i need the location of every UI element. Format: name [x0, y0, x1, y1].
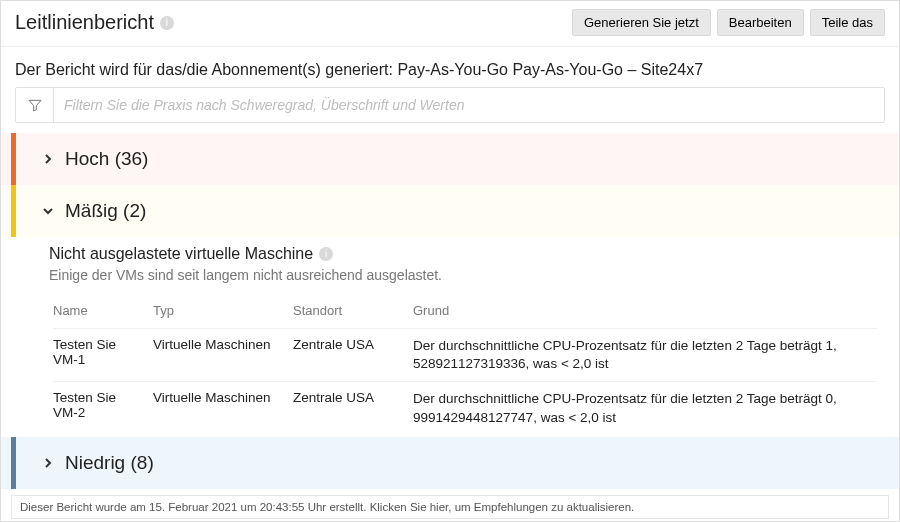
- share-button[interactable]: Teile das: [810, 9, 885, 36]
- info-icon[interactable]: i: [319, 247, 333, 261]
- cell-type: Virtuelle Maschinen: [153, 382, 293, 435]
- section-moderate-label: Mäßig (2): [65, 200, 146, 222]
- cell-name: Testen Sie VM-1: [53, 329, 153, 382]
- title-wrap: Leitlinienbericht i: [15, 11, 174, 34]
- edit-button[interactable]: Bearbeiten: [717, 9, 804, 36]
- severity-bar-low: [11, 437, 16, 489]
- col-type: Typ: [153, 297, 293, 329]
- table-row: Testen Sie VM-1 Virtuelle Maschinen Zent…: [53, 329, 877, 382]
- section-low[interactable]: Niedrig (8): [1, 437, 899, 489]
- header-buttons: Generieren Sie jetzt Bearbeiten Teile da…: [572, 9, 885, 36]
- table-row: Testen Sie VM-2 Virtuelle Maschinen Zent…: [53, 382, 877, 435]
- cell-reason: Der durchschnittliche CPU-Prozentsatz fü…: [413, 329, 877, 382]
- cell-reason: Der durchschnittliche CPU-Prozentsatz fü…: [413, 382, 877, 435]
- subscription-line: Der Bericht wird für das/die Abonnement(…: [1, 47, 899, 87]
- section-moderate[interactable]: Mäßig (2): [1, 185, 899, 237]
- cell-location: Zentrale USA: [293, 329, 413, 382]
- cell-location: Zentrale USA: [293, 382, 413, 435]
- section-low-label: Niedrig (8): [65, 452, 154, 474]
- severity-bar-moderate: [11, 185, 16, 237]
- generate-now-button[interactable]: Generieren Sie jetzt: [572, 9, 711, 36]
- filter-input[interactable]: [54, 88, 884, 122]
- col-location: Standort: [293, 297, 413, 329]
- page-title: Leitlinienbericht: [15, 11, 154, 34]
- chevron-down-icon: [41, 204, 55, 218]
- finding-title: Nicht ausgelastete virtuelle Maschine i: [49, 245, 885, 263]
- moderate-detail: Nicht ausgelastete virtuelle Maschine i …: [1, 237, 899, 437]
- page-header: Leitlinienbericht i Generieren Sie jetzt…: [1, 1, 899, 47]
- filter-icon[interactable]: [16, 88, 54, 122]
- chevron-right-icon: [41, 152, 55, 166]
- report-footer[interactable]: Dieser Bericht wurde am 15. Februar 2021…: [11, 495, 889, 519]
- info-icon[interactable]: i: [160, 16, 174, 30]
- col-name: Name: [53, 297, 153, 329]
- finding-description: Einige der VMs sind seit langem nicht au…: [49, 267, 885, 283]
- severity-bar-high: [11, 133, 16, 185]
- chevron-right-icon: [41, 456, 55, 470]
- section-high-label: Hoch (36): [65, 148, 148, 170]
- table-header-row: Name Typ Standort Grund: [53, 297, 877, 329]
- col-reason: Grund: [413, 297, 877, 329]
- cell-name: Testen Sie VM-2: [53, 382, 153, 435]
- findings-table: Name Typ Standort Grund Testen Sie VM-1 …: [53, 297, 877, 435]
- filter-bar: [15, 87, 885, 123]
- section-high[interactable]: Hoch (36): [1, 133, 899, 185]
- cell-type: Virtuelle Maschinen: [153, 329, 293, 382]
